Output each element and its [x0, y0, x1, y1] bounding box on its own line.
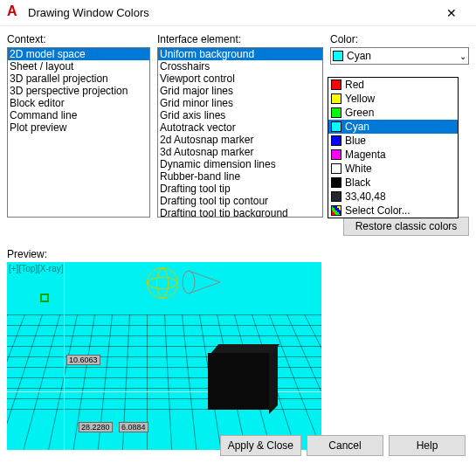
coord-readout-3: 6.0884 — [119, 422, 148, 432]
color-option-label: Black — [345, 176, 370, 189]
preview-label: Preview: — [7, 248, 476, 260]
wire-sphere-icon — [147, 267, 178, 299]
interface-label: Interface element: — [157, 33, 323, 45]
color-label: Color: — [330, 33, 469, 45]
color-option[interactable]: Yellow — [328, 92, 458, 106]
color-option[interactable]: Blue — [328, 134, 458, 148]
color-option[interactable]: Select Color... — [328, 204, 458, 218]
list-item[interactable]: 3D perspective projection — [8, 85, 149, 97]
swatch-icon — [331, 163, 341, 174]
list-item[interactable]: Grid axis lines — [158, 109, 322, 121]
color-option-label: Magenta — [345, 149, 386, 161]
cancel-button[interactable]: Cancel — [307, 435, 383, 456]
color-option[interactable]: 33,40,48 — [328, 190, 458, 204]
list-item[interactable]: Autotrack vector — [158, 121, 322, 134]
color-option[interactable]: Cyan — [328, 120, 458, 134]
preview-hud: [+][Top][X-ray] — [9, 264, 64, 273]
color-option-label: Green — [345, 107, 374, 119]
list-item[interactable]: Block editor — [8, 97, 149, 109]
color-option-label: Select Color... — [345, 204, 410, 217]
context-label: Context: — [7, 33, 150, 45]
color-dropdown-list[interactable]: RedYellowGreenCyanBlueMagentaWhiteBlack3… — [328, 77, 459, 218]
help-button[interactable]: Help — [389, 435, 466, 456]
list-item[interactable]: Grid minor lines — [158, 97, 322, 109]
swatch-icon — [331, 135, 341, 146]
list-item[interactable]: Plot preview — [8, 121, 149, 134]
color-option[interactable]: Black — [328, 176, 458, 190]
color-option-label: Red — [345, 79, 364, 91]
restore-classic-button[interactable]: Restore classic colors — [343, 217, 469, 236]
apply-close-button[interactable]: Apply & Close — [220, 435, 301, 456]
list-item[interactable]: 3D parallel projection — [8, 73, 149, 85]
list-item[interactable]: Drafting tool tip background — [158, 207, 322, 218]
color-option[interactable]: Red — [328, 78, 458, 92]
context-listbox[interactable]: 2D model spaceSheet / layout3D parallel … — [7, 47, 150, 218]
color-option[interactable]: Green — [328, 106, 458, 120]
color-option[interactable]: White — [328, 162, 458, 176]
titlebar: Drawing Window Colors ✕ — [0, 0, 476, 26]
coord-readout-1: 10.6063 — [66, 355, 100, 365]
context-column: Context: 2D model spaceSheet / layout3D … — [7, 33, 150, 236]
list-item[interactable]: Crosshairs — [158, 60, 322, 73]
list-item[interactable]: Sheet / layout — [8, 60, 149, 73]
color-option-label: Yellow — [345, 93, 375, 105]
swatch-icon — [331, 149, 341, 160]
preview-pane: [+][Top][X-ray] 10.6063 28.2280 6.0884 — [7, 262, 321, 450]
swatch-icon — [331, 93, 341, 104]
color-option-label: Cyan — [345, 121, 369, 133]
list-item[interactable]: Rubber-band line — [158, 170, 322, 183]
window-title: Drawing Window Colors — [28, 6, 434, 19]
color-swatch — [333, 51, 343, 61]
list-item[interactable]: 2D model space — [8, 48, 149, 60]
list-item[interactable]: 2d Autosnap marker — [158, 134, 322, 146]
ucs-icon — [40, 294, 49, 302]
color-combobox[interactable]: Cyan ⌄ — [330, 47, 469, 65]
swatch-icon — [331, 205, 341, 216]
list-item[interactable]: 3d Autosnap marker — [158, 146, 322, 158]
color-combo-label: Cyan — [347, 50, 371, 62]
close-button[interactable]: ✕ — [434, 1, 469, 25]
wire-cone-icon — [182, 267, 222, 297]
swatch-icon — [331, 191, 341, 202]
swatch-icon — [331, 177, 341, 188]
list-item[interactable]: Dynamic dimension lines — [158, 158, 322, 170]
interface-column: Interface element: Uniform backgroundCro… — [157, 33, 323, 236]
chevron-down-icon: ⌄ — [459, 52, 466, 61]
interface-listbox[interactable]: Uniform backgroundCrosshairsViewport con… — [157, 47, 323, 218]
list-item[interactable]: Uniform background — [158, 48, 322, 60]
list-item[interactable]: Viewport control — [158, 73, 322, 85]
app-icon — [7, 5, 23, 21]
color-option-label: White — [345, 162, 372, 175]
color-option[interactable]: Magenta — [328, 148, 458, 162]
list-item[interactable]: Drafting tool tip — [158, 183, 322, 195]
swatch-icon — [331, 79, 341, 90]
crosshair-v — [64, 262, 65, 450]
list-item[interactable]: Command line — [8, 109, 149, 121]
swatch-icon — [331, 107, 341, 118]
list-item[interactable]: Drafting tool tip contour — [158, 195, 322, 207]
color-column: Color: Cyan ⌄ RedYellowGreenCyanBlueMage… — [330, 33, 469, 236]
preview-cube — [208, 353, 269, 410]
swatch-icon — [331, 121, 341, 132]
svg-point-0 — [183, 271, 195, 294]
coord-readout-2: 28.2280 — [79, 422, 113, 432]
dialog-footer: Apply & Close Cancel Help — [220, 435, 466, 456]
color-option-label: 33,40,48 — [345, 190, 386, 203]
list-item[interactable]: Grid major lines — [158, 85, 322, 97]
color-option-label: Blue — [345, 135, 366, 147]
